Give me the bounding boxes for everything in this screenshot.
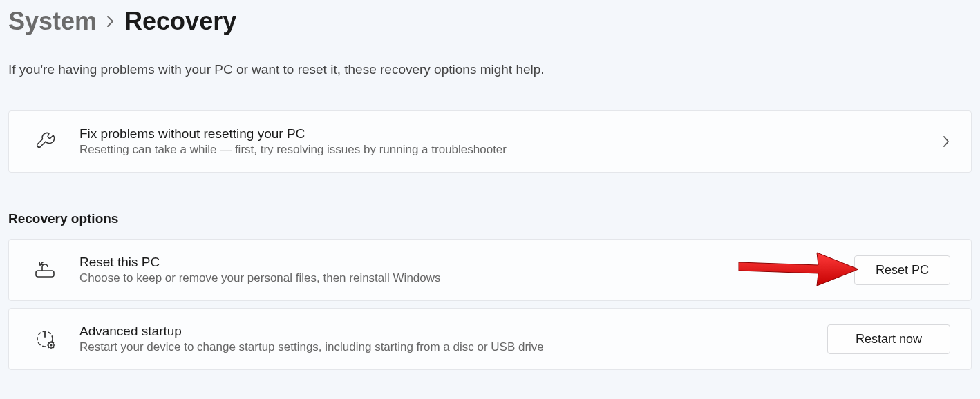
fix-problems-desc: Resetting can take a while — first, try …	[79, 143, 928, 157]
breadcrumb-parent[interactable]: System	[8, 7, 97, 36]
reset-this-pc-title: Reset this PC	[79, 255, 840, 270]
wrench-icon	[32, 128, 59, 155]
intro-text: If you're having problems with your PC o…	[8, 62, 972, 77]
recovery-options-header: Recovery options	[8, 211, 972, 226]
fix-problems-card[interactable]: Fix problems without resetting your PC R…	[8, 110, 972, 173]
breadcrumb: System Recovery	[8, 7, 972, 36]
page-title: Recovery	[124, 7, 236, 36]
reset-this-pc-card: Reset this PC Choose to keep or remove y…	[8, 239, 972, 301]
fix-problems-title: Fix problems without resetting your PC	[79, 126, 928, 142]
reset-this-pc-desc: Choose to keep or remove your personal f…	[79, 271, 840, 285]
chevron-right-icon	[942, 135, 950, 148]
advanced-startup-desc: Restart your device to change startup se…	[79, 340, 813, 354]
restart-now-button[interactable]: Restart now	[827, 324, 950, 354]
advanced-startup-card: Advanced startup Restart your device to …	[8, 308, 972, 370]
reset-icon	[32, 257, 59, 283]
chevron-right-icon	[106, 15, 115, 28]
advanced-startup-title: Advanced startup	[79, 324, 813, 339]
reset-pc-button[interactable]: Reset PC	[854, 255, 950, 285]
advanced-startup-icon	[32, 326, 59, 352]
svg-point-3	[50, 344, 53, 347]
